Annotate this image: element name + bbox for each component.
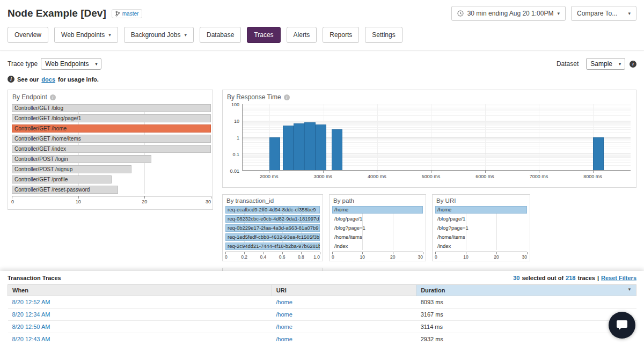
trace-type-select[interactable]: Web Endpoints ▾ [41, 58, 101, 70]
facet-row[interactable]: req-08232cbc-e0cb-4d82-9da1-181997d [225, 215, 320, 223]
facet-label: /index [435, 243, 527, 250]
header-actions: 30 min ending Aug 20 1:00PM ▾ Compare To… [451, 6, 636, 21]
facet-row[interactable]: /blog/page/1 [435, 215, 527, 223]
time-range-button[interactable]: 30 min ending Aug 20 1:00PM ▾ [451, 6, 566, 21]
right-column: By Response Time i 1001010.10.012000 ms3… [222, 90, 636, 298]
compare-to-button[interactable]: Compare To... ▾ [571, 6, 636, 21]
info-icon[interactable]: i [50, 94, 56, 100]
when-link[interactable]: 8/20 12:34 AM [12, 311, 50, 318]
column-header-when[interactable]: When [8, 285, 272, 296]
gridline [243, 121, 631, 122]
histogram-bar[interactable] [283, 126, 294, 170]
app-root: Node Example [Dev] master 30 min ending … [0, 0, 644, 298]
facet-row[interactable]: /home/items [332, 233, 423, 241]
facet-row[interactable]: req-ecafbcd9-2ff0-4d94-8ddc-cf358be9 [225, 206, 320, 214]
facet-row[interactable]: req-0b229e17-2faa-4a3d-a663-81a07b9 [225, 224, 320, 232]
axis-tick [323, 171, 324, 173]
tab-settings[interactable]: Settings [365, 27, 402, 43]
info-icon[interactable]: i [630, 61, 636, 68]
tab-background-jobs[interactable]: Background Jobs▾ [124, 27, 194, 43]
panel-title: By URI [433, 195, 530, 205]
facet-row[interactable]: Controller/GET /profile [12, 175, 211, 183]
facet-row[interactable]: Controller/GET /home/items [12, 135, 211, 143]
reset-filters-link[interactable]: Reset Filters [601, 275, 636, 281]
tab-reports[interactable]: Reports [323, 27, 359, 43]
when-link[interactable]: 8/20 12:50 AM [12, 324, 50, 330]
tab-traces[interactable]: Traces [247, 27, 280, 43]
facet-label: /home/items [435, 233, 527, 241]
histogram-bar[interactable] [593, 137, 604, 171]
axis-tick-label: 0.8 [298, 254, 304, 260]
git-branch-badge[interactable]: master [112, 9, 143, 18]
tab-label: Web Endpoints [61, 31, 105, 39]
y-tick-label: 0.01 [230, 168, 239, 174]
facet-row[interactable]: /home [332, 206, 423, 214]
facet-row[interactable]: Controller/GET /blog/page/1 [12, 114, 211, 122]
docs-link[interactable]: docs [41, 76, 55, 83]
panel-title-text: By Response Time [227, 93, 281, 101]
when-cell: 8/20 12:50 AM [8, 321, 272, 333]
tab-label: Alerts [294, 31, 310, 39]
summary-unit-text: traces [577, 275, 595, 281]
y-tick-label: 100 [231, 102, 239, 107]
column-header-uri[interactable]: URI [272, 285, 416, 296]
histogram-bar[interactable] [294, 123, 304, 170]
histogram-bar[interactable] [304, 122, 315, 170]
tab-web-endpoints[interactable]: Web Endpoints▾ [54, 27, 118, 43]
facet-row[interactable]: Controller/GET /reset-password [12, 186, 211, 194]
tab-label: Overview [14, 31, 41, 39]
main-content: By Endpoint i Controller/GET /blogContro… [0, 88, 644, 298]
info-icon[interactable]: i [284, 94, 290, 100]
nav-tabs: OverviewWeb Endpoints▾Background Jobs▾Da… [0, 25, 644, 50]
facet-row[interactable]: /home [435, 206, 527, 214]
histogram-bar[interactable] [332, 129, 342, 170]
endpoint-chart: Controller/GET /blogController/GET /blog… [8, 103, 213, 206]
facet-label: /home [435, 206, 527, 214]
axis-tick-label: 20 [390, 254, 395, 260]
histogram-bar[interactable] [269, 137, 280, 171]
traces-header: Transaction Traces 30 selected out of 21… [8, 271, 636, 284]
facet-row[interactable]: /blog?page=1 [435, 224, 527, 232]
chat-launcher-button[interactable] [609, 312, 635, 339]
axis-tick-label: 0 [11, 199, 14, 204]
trace-type-value: Web Endpoints [45, 60, 89, 68]
tab-label: Reports [330, 31, 352, 39]
total-count: 218 [566, 275, 575, 281]
facet-row[interactable]: req-1ed5fedf-cbb8-4632-93ea-fc1505f3b [225, 233, 320, 241]
uri-link[interactable]: /home [276, 299, 292, 305]
chart-rows: /home/blog/page/1/blog?page=1/home/items… [332, 206, 423, 250]
facet-row[interactable]: /index [332, 243, 423, 250]
tab-database[interactable]: Database [200, 27, 241, 43]
facet-row[interactable]: Controller/GET /home [12, 124, 211, 133]
facet-row[interactable]: Controller/GET /index [12, 145, 211, 153]
dataset-group: Dataset Sample ▾ i [557, 58, 636, 70]
histogram-bar[interactable] [316, 124, 326, 170]
when-link[interactable]: 8/20 12:43 AM [12, 336, 50, 342]
dataset-select[interactable]: Sample ▾ [586, 58, 625, 70]
uri-link[interactable]: /home [276, 311, 292, 318]
axis-tick-label: 5000 ms [422, 174, 441, 179]
transaction-traces-section: Transaction Traces 30 selected out of 21… [0, 271, 644, 345]
uri-link[interactable]: /home [276, 324, 292, 330]
when-link[interactable]: 8/20 12:52 AM [12, 299, 50, 305]
panel-title: By path [330, 195, 426, 205]
facet-row[interactable]: /blog?page=1 [332, 224, 423, 232]
facet-row[interactable]: req-2c94dd21-7444-4f18-b2ba-97b6281b [225, 243, 320, 250]
x-axis: 00.20.40.60.81.0 [225, 252, 320, 260]
tab-overview[interactable]: Overview [8, 27, 48, 43]
chevron-down-icon: ▾ [557, 11, 560, 16]
axis-tick [527, 252, 528, 254]
traces-summary: 30 selected out of 218 traces | Reset Fi… [513, 275, 636, 281]
facet-row[interactable]: Controller/GET /blog [12, 104, 211, 112]
facet-row[interactable]: /index [435, 243, 527, 250]
facet-row[interactable]: /home/items [435, 233, 527, 241]
chart-body: 1001010.10.01 [223, 103, 636, 171]
facet-label: /index [332, 243, 423, 250]
uri-link[interactable]: /home [276, 336, 292, 342]
axis-tick-label: 0.2 [241, 254, 247, 260]
facet-row[interactable]: Controller/POST /login [12, 155, 211, 163]
column-header-duration[interactable]: Duration ▼ [416, 285, 636, 296]
facet-row[interactable]: Controller/POST /signup [12, 165, 211, 173]
tab-alerts[interactable]: Alerts [287, 27, 317, 43]
facet-row[interactable]: /blog/page/1 [332, 215, 423, 223]
